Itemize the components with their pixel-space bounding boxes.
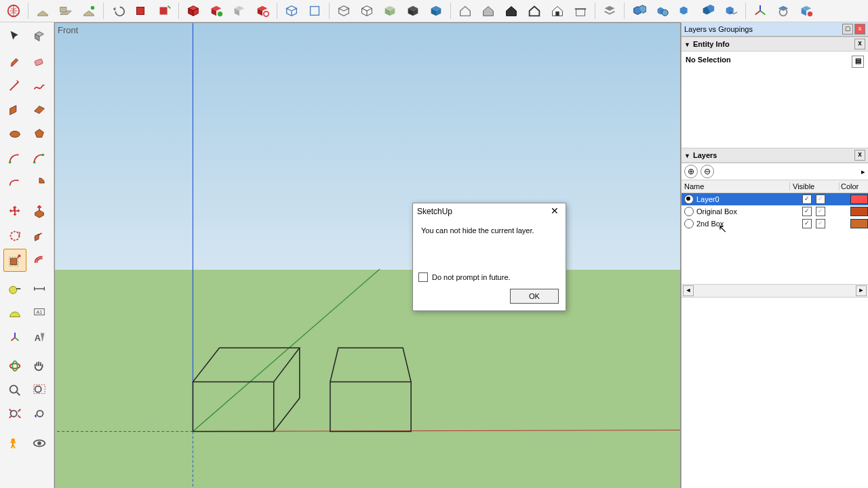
move-tool-icon[interactable] [3,200,26,223]
solid-3-icon[interactable] [674,1,696,21]
circle-tool-icon[interactable] [3,123,26,146]
arc-3pt-tool-icon[interactable] [3,171,26,195]
layer-remove-icon[interactable]: ⊖ [701,165,714,178]
layer-menu-icon[interactable]: ▸ [861,167,865,176]
layer-add-icon[interactable]: ⊕ [684,165,698,178]
layer-color-swatch[interactable] [850,207,868,216]
layer-name[interactable]: Original Box [696,207,800,216]
pan-tool-icon[interactable] [28,354,51,378]
layer-row[interactable]: 2nd Box✓✓ [682,218,868,230]
cut-icon[interactable] [153,1,175,21]
pushpull-tool-icon[interactable] [28,200,51,223]
layer-visible-checkbox[interactable]: ✓ [802,207,812,216]
house-2-icon[interactable] [477,1,499,21]
house-6-icon[interactable] [570,1,591,21]
extension-icon[interactable] [795,1,817,21]
view-iso-icon[interactable] [281,1,302,21]
style-hidden-icon[interactable] [356,1,378,21]
col-header-visible[interactable]: Visible [790,182,840,190]
axes-tool-icon[interactable] [3,326,26,349]
entity-info-close-icon[interactable]: x [854,39,865,49]
layers-scrollbar[interactable]: ◄ ► [682,284,868,298]
undo-icon[interactable] [107,1,129,21]
outer-shell-icon[interactable] [252,1,273,21]
entity-info-header[interactable]: ▼Entity Info x [682,37,868,52]
file-new-icon[interactable] [32,1,54,21]
redo-icon[interactable] [130,1,152,21]
col-header-color[interactable]: Color [840,182,868,190]
arc-tool-icon[interactable] [3,147,26,170]
text-tool-icon[interactable]: A1 [28,302,51,325]
panel-pin-icon[interactable]: ▢ [842,24,853,35]
layer-visible-checkbox[interactable]: ✓ [802,195,812,204]
style-shaded-icon[interactable] [379,1,401,21]
layer-name[interactable]: 2nd Box [696,220,800,228]
layers-header[interactable]: ▼Layers x [682,148,868,163]
file-save-icon[interactable] [78,1,100,21]
section-icon[interactable] [772,1,794,21]
panel-title-bar[interactable]: Layers vs Groupings ▢x [682,22,868,37]
followme-tool-icon[interactable] [28,224,51,247]
layer-visible-checkbox-2[interactable]: ✓ [816,207,825,216]
solid-5-icon[interactable] [720,1,742,21]
layer-visible-checkbox[interactable]: ✓ [802,219,812,228]
position-camera-icon[interactable] [3,432,26,455]
polygon-tool-icon[interactable] [28,123,51,146]
layer-row[interactable]: Original Box✓✓ [682,205,868,218]
rotate-tool-icon[interactable] [3,224,26,247]
component-tool-icon[interactable] [28,25,51,48]
paint-tool-icon[interactable] [3,49,26,73]
zoom-tool-icon[interactable] [3,379,26,402]
dimension-tool-icon[interactable] [28,277,51,300]
house-5-icon[interactable] [547,1,568,21]
rotated-rect-tool-icon[interactable] [28,98,51,121]
layer-visible-checkbox-2[interactable]: ✓ [816,195,825,204]
component-icon[interactable] [182,1,204,21]
layer-active-radio[interactable] [684,219,694,228]
model-info-icon[interactable] [3,1,24,21]
look-around-icon[interactable] [28,432,51,455]
axes-icon[interactable] [749,1,771,21]
panel-close-icon[interactable]: x [854,24,865,35]
zoom-extents-tool-icon[interactable] [3,403,26,426]
scroll-left-icon[interactable]: ◄ [683,285,694,296]
view-top-icon[interactable] [304,1,326,21]
arc-2pt-tool-icon[interactable] [28,147,51,170]
style-wire-icon[interactable] [333,1,355,21]
rectangle-tool-icon[interactable] [3,98,26,121]
layer-color-swatch[interactable] [850,219,868,228]
zoom-window-tool-icon[interactable] [28,379,51,402]
tape-tool-icon[interactable] [3,277,26,300]
freehand-tool-icon[interactable] [28,74,51,97]
style-mono-icon[interactable] [425,1,447,21]
group-icon[interactable] [205,1,227,21]
layers-close-icon[interactable]: x [854,150,865,161]
line-tool-icon[interactable] [3,74,26,97]
offset-tool-icon[interactable] [28,249,51,272]
layer-visible-checkbox-2[interactable]: ✓ [816,219,825,228]
style-texture-icon[interactable] [402,1,424,21]
dialog-ok-button[interactable]: OK [510,289,559,304]
house-1-icon[interactable] [454,1,476,21]
protractor-tool-icon[interactable] [3,302,26,325]
pie-tool-icon[interactable] [28,171,51,195]
layer-active-radio[interactable] [684,207,694,216]
house-4-icon[interactable] [524,1,545,21]
solid-4-icon[interactable] [697,1,719,21]
col-header-name[interactable]: Name [682,182,790,190]
solid-1-icon[interactable] [628,1,650,21]
file-open-icon[interactable] [55,1,77,21]
dialog-close-icon[interactable]: ✕ [548,205,561,218]
scale-tool-icon[interactable] [3,249,26,272]
solid-2-icon[interactable] [651,1,673,21]
layer-color-swatch[interactable] [850,195,868,204]
layer-name[interactable]: Layer0 [696,195,800,203]
previous-tool-icon[interactable] [28,403,51,426]
explode-icon[interactable] [229,1,250,21]
dialog-checkbox[interactable] [418,272,428,282]
layer-active-radio[interactable] [684,195,694,204]
eraser-tool-icon[interactable] [28,49,51,73]
layer-row[interactable]: Layer0✓✓ [682,193,868,205]
viewport[interactable]: Front SketchUp ✕ [54,22,681,488]
house-3-icon[interactable] [500,1,522,21]
